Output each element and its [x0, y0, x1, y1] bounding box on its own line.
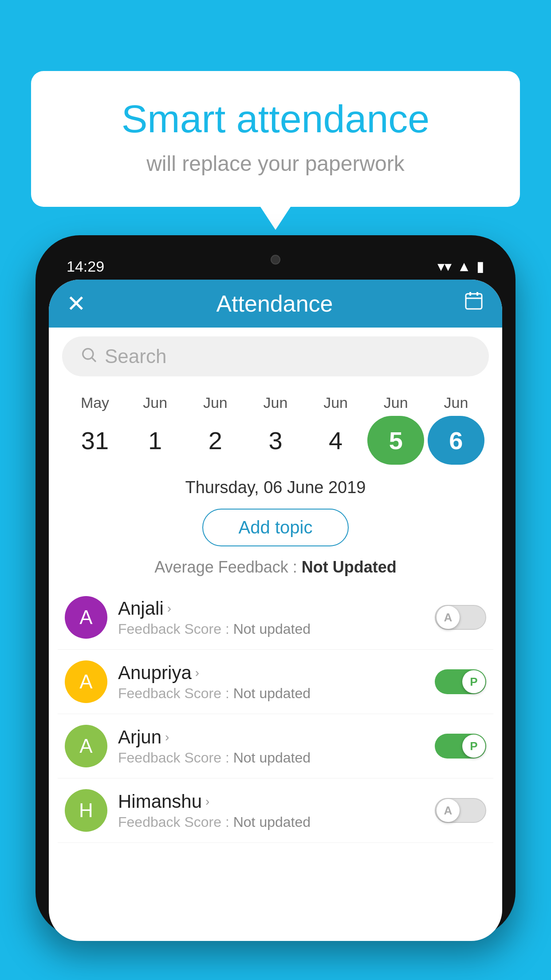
calendar-day-3[interactable]: 3	[247, 416, 304, 465]
close-button[interactable]: ✕	[67, 290, 86, 317]
student-item-himanshu: H Himanshu › Feedback Score : Not update…	[58, 778, 493, 843]
toggle-himanshu[interactable]: A	[435, 798, 486, 823]
student-feedback-anupriya: Feedback Score : Not updated	[118, 685, 424, 702]
toggle-anupriya[interactable]: P	[435, 669, 486, 694]
svg-line-5	[92, 358, 96, 361]
calendar-day-31[interactable]: 31	[67, 416, 123, 465]
add-topic-container: Add topic	[49, 502, 502, 553]
wifi-icon: ▾▾	[437, 258, 452, 275]
chevron-icon-himanshu: ›	[205, 794, 209, 809]
app-header: ✕ Attendance	[49, 280, 502, 328]
student-avatar-arjun: A	[65, 725, 107, 767]
chevron-icon-anupriya: ›	[195, 666, 199, 680]
attendance-toggle-anupriya[interactable]: P	[435, 669, 486, 694]
student-name-anjali: Anjali ›	[118, 598, 424, 619]
calendar-days-row: 31 1 2 3 4 5 6	[62, 416, 489, 465]
avg-feedback-row: Average Feedback : Not Updated	[49, 553, 502, 585]
search-icon	[80, 346, 98, 368]
student-info-himanshu[interactable]: Himanshu › Feedback Score : Not updated	[118, 791, 424, 830]
student-item-anupriya: A Anupriya › Feedback Score : Not update…	[58, 650, 493, 714]
student-feedback-himanshu: Feedback Score : Not updated	[118, 814, 424, 830]
search-placeholder: Search	[105, 345, 166, 368]
add-topic-button[interactable]: Add topic	[202, 509, 349, 546]
battery-icon: ▮	[476, 258, 484, 275]
svg-rect-0	[466, 294, 482, 309]
calendar-month-1: Jun	[127, 394, 184, 411]
student-name-himanshu: Himanshu ›	[118, 791, 424, 812]
camera-dot	[271, 255, 280, 265]
attendance-toggle-himanshu[interactable]: A	[435, 798, 486, 823]
avg-feedback-value: Not Updated	[302, 558, 397, 576]
calendar-icon[interactable]	[463, 290, 484, 317]
calendar-month-4: Jun	[307, 394, 364, 411]
chevron-icon-arjun: ›	[165, 730, 169, 744]
signal-icon: ▲	[457, 258, 471, 275]
toggle-anjali[interactable]: A	[435, 605, 486, 630]
student-feedback-anjali: Feedback Score : Not updated	[118, 621, 424, 637]
student-list: A Anjali › Feedback Score : Not updated …	[49, 585, 502, 941]
student-name-arjun: Arjun ›	[118, 727, 424, 748]
search-bar-container: Search	[49, 328, 502, 385]
calendar-month-2: Jun	[187, 394, 244, 411]
calendar-day-1[interactable]: 1	[127, 416, 184, 465]
calendar-month-0: May	[67, 394, 123, 411]
toggle-arjun[interactable]: P	[435, 734, 486, 759]
speech-bubble-container: Smart attendance will replace your paper…	[31, 71, 520, 207]
phone-container: 14:29 ▾▾ ▲ ▮ ✕ Attendance	[35, 235, 516, 980]
attendance-toggle-arjun[interactable]: P	[435, 734, 486, 759]
search-bar[interactable]: Search	[62, 336, 489, 376]
speech-bubble-title: Smart attendance	[67, 98, 484, 141]
toggle-knob-arjun: P	[462, 735, 485, 758]
status-bar: 14:29 ▾▾ ▲ ▮	[49, 249, 502, 280]
selected-date-label: Thursday, 06 June 2019	[49, 469, 502, 502]
speech-bubble-subtitle: will replace your paperwork	[67, 151, 484, 176]
speech-bubble: Smart attendance will replace your paper…	[31, 71, 520, 207]
student-info-arjun[interactable]: Arjun › Feedback Score : Not updated	[118, 727, 424, 766]
phone-screen: ✕ Attendance	[49, 280, 502, 941]
student-item-arjun: A Arjun › Feedback Score : Not updated P	[58, 714, 493, 778]
status-icons: ▾▾ ▲ ▮	[437, 258, 484, 275]
toggle-knob-himanshu: A	[437, 799, 460, 822]
calendar-day-5[interactable]: 5	[367, 416, 424, 465]
student-avatar-anjali: A	[65, 596, 107, 639]
toggle-knob-anjali: A	[437, 606, 460, 629]
phone-notch	[249, 249, 302, 271]
calendar-day-2[interactable]: 2	[187, 416, 244, 465]
phone-body: 14:29 ▾▾ ▲ ▮ ✕ Attendance	[35, 235, 516, 937]
calendar-month-5: Jun	[367, 394, 424, 411]
student-name-anupriya: Anupriya ›	[118, 662, 424, 684]
attendance-toggle-anjali[interactable]: A	[435, 605, 486, 630]
student-info-anjali[interactable]: Anjali › Feedback Score : Not updated	[118, 598, 424, 637]
calendar-month-3: Jun	[247, 394, 304, 411]
app-title: Attendance	[216, 290, 333, 317]
calendar-month-6: Jun	[428, 394, 484, 411]
student-item-anjali: A Anjali › Feedback Score : Not updated …	[58, 585, 493, 650]
toggle-knob-anupriya: P	[462, 670, 485, 693]
student-info-anupriya[interactable]: Anupriya › Feedback Score : Not updated	[118, 662, 424, 702]
student-avatar-anupriya: A	[65, 660, 107, 703]
student-feedback-arjun: Feedback Score : Not updated	[118, 750, 424, 766]
student-avatar-himanshu: H	[65, 789, 107, 832]
calendar-day-4[interactable]: 4	[307, 416, 364, 465]
calendar-day-6[interactable]: 6	[428, 416, 484, 465]
calendar-months-row: May Jun Jun Jun Jun Jun Jun	[62, 394, 489, 411]
status-time: 14:29	[67, 258, 104, 275]
calendar-strip: May Jun Jun Jun Jun Jun Jun 31 1 2 3 4 5…	[49, 385, 502, 469]
chevron-icon-anjali: ›	[167, 601, 171, 616]
avg-feedback-label: Average Feedback :	[154, 558, 302, 576]
